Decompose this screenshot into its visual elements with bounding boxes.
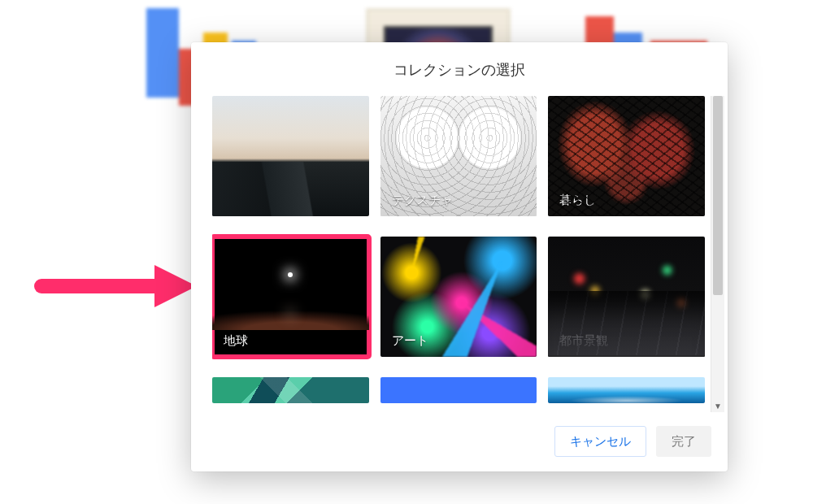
collection-tile-landscape[interactable]: 風景 [212, 96, 369, 216]
dialog-title: コレクションの選択 [191, 42, 728, 96]
collection-tile-life[interactable]: 暮らし [548, 96, 705, 216]
collection-tile-cityscape[interactable]: 都市景観 [548, 237, 705, 357]
done-button[interactable]: 完了 [656, 426, 711, 457]
scrollbar-thumb[interactable] [713, 96, 723, 295]
collection-picker-dialog: コレクションの選択 風景 テクスチャ 暮らし 地球 アート 都市景観 [191, 42, 728, 471]
collection-grid-wrap: 風景 テクスチャ 暮らし 地球 アート 都市景観 ▲ [191, 96, 728, 412]
annotation-arrow [34, 265, 197, 307]
scrollbar-track[interactable]: ▲ ▼ [711, 96, 724, 412]
collection-grid: 風景 テクスチャ 暮らし 地球 アート 都市景観 [212, 96, 708, 412]
collection-label: テクスチャ [380, 184, 537, 216]
collection-label: 風景 [212, 184, 369, 216]
collection-tile-partial[interactable] [212, 377, 369, 403]
collection-label: アート [380, 324, 537, 357]
collection-label: 暮らし [548, 184, 705, 216]
collection-label: 都市景観 [548, 324, 705, 357]
scroll-down-icon[interactable]: ▼ [711, 399, 724, 412]
collection-tile-partial[interactable] [380, 377, 537, 403]
cancel-button[interactable]: キャンセル [554, 426, 646, 457]
collection-tile-earth[interactable]: 地球 [212, 237, 369, 357]
collection-label: 地球 [212, 324, 369, 357]
dialog-footer: キャンセル 完了 [191, 412, 728, 471]
collection-tile-texture[interactable]: テクスチャ [380, 96, 537, 216]
collection-tile-partial[interactable] [548, 377, 705, 403]
collection-tile-art[interactable]: アート [380, 237, 537, 357]
